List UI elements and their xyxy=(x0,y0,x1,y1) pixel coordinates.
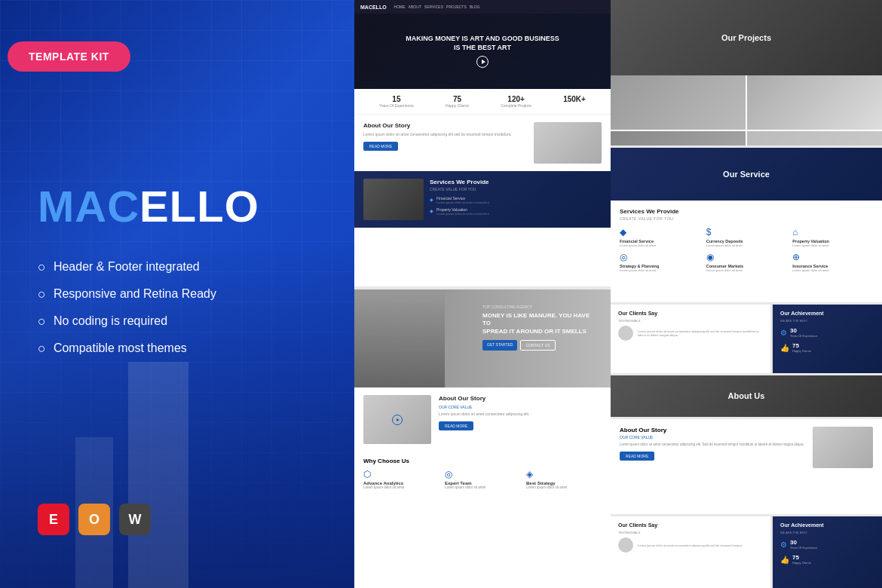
about2-read-more-button[interactable]: READ MORE xyxy=(439,421,473,430)
nav-link: ABOUT xyxy=(409,5,421,9)
achievement-title: Our Achievement xyxy=(780,311,874,316)
bullet: ○ xyxy=(38,341,46,355)
contact-us-button[interactable]: CONTACT US xyxy=(520,340,555,351)
achievement2-item: ⚙ 30 Years Of Experience xyxy=(780,539,874,550)
achievement2-label: Happy Clients xyxy=(792,561,811,565)
about2-body: Lorem ipsum dolor sit amet consectetur a… xyxy=(439,412,602,417)
play-button-2[interactable] xyxy=(392,415,403,425)
client-text-2: Lorem ipsum dolor sit amet consectetur a… xyxy=(638,544,743,547)
insurance-icon: ⊕ xyxy=(792,252,873,262)
service-icon: ◆ xyxy=(430,208,433,213)
hero2-text-block: TOP CONSULTING AGENCY MONEY IS LIKE MANU… xyxy=(482,305,596,351)
achievement2-sub: WE ARE THE BEST xyxy=(780,531,874,534)
service-desc: Lorem ipsum dolor sit amet xyxy=(706,268,787,272)
services-grid: ◆ Financial Service Lorem ipsum dolor si… xyxy=(620,227,873,272)
projects-header: Our Projects xyxy=(611,0,882,75)
why-section: Why Choose Us ⬡ Advance Analytics Lorem … xyxy=(354,452,611,496)
stat-item: 75 Happy Clients xyxy=(446,95,469,108)
stat-number: 15 xyxy=(379,95,414,103)
oxygen-icon: O xyxy=(78,504,110,535)
screenshot-top: MACELLO HOME ABOUT SERVICES PROJECTS BLO… xyxy=(354,0,611,286)
about-us-title: About Us xyxy=(728,391,765,400)
feature-label: Header & Footer integrated xyxy=(54,260,200,274)
projects-grid xyxy=(611,75,882,145)
service-header: Our Service xyxy=(611,148,882,201)
why-item: ◎ Expert Team Lorem ipsum dolor sit amet xyxy=(445,469,520,490)
about-section: About Our Story Lorem ipsum dolor sit am… xyxy=(354,115,611,171)
screenshot-bottom: TOP CONSULTING AGENCY MONEY IS LIKE MANU… xyxy=(354,289,611,588)
hero2-title: MONEY IS LIKE MANURE. YOU HAVE TOSPREAD … xyxy=(482,312,596,335)
achievement-item: ⚙ 30 Years Of Experience xyxy=(780,327,874,338)
why-item: ⬡ Advance Analytics Lorem ipsum dolor si… xyxy=(363,469,439,490)
stat-item: 15 Years Of Experience xyxy=(379,95,414,108)
client-avatar xyxy=(618,326,633,341)
financial-icon: ◆ xyxy=(620,227,700,237)
bullet: ○ xyxy=(38,314,46,328)
bullet: ○ xyxy=(38,260,46,274)
why-item-desc: Lorem ipsum dolor sit amet xyxy=(526,485,602,490)
bullet: ○ xyxy=(38,287,46,301)
hero2-section: TOP CONSULTING AGENCY MONEY IS LIKE MANU… xyxy=(354,289,611,387)
about-text: About Our Story Lorem ipsum dolor sit am… xyxy=(363,122,526,164)
about-story-read-more-button[interactable]: READ MORE xyxy=(620,452,654,461)
about-story-image xyxy=(813,427,873,468)
play-button[interactable] xyxy=(476,56,488,68)
property-icon: ⌂ xyxy=(792,227,873,237)
achievement2-item: 👍 75 Happy Clients xyxy=(780,554,874,565)
plugin-icons: E O W xyxy=(38,504,151,535)
clients2-sub: TESTIMONIALS xyxy=(618,531,763,534)
nav-link: HOME xyxy=(394,5,406,9)
nav-link: PROJECTS xyxy=(446,5,467,9)
nav-link: BLOG xyxy=(470,5,480,9)
clients-title: Our Clients Say xyxy=(618,311,763,316)
strategy-icon: ◎ xyxy=(620,252,700,262)
service-desc: Lorem ipsum dolor sit amet xyxy=(620,243,700,247)
mockup-nav: MACELLO HOME ABOUT SERVICES PROJECTS BLO… xyxy=(354,0,611,14)
service-title: Our Service xyxy=(723,170,770,179)
stat-item: 150K+ xyxy=(563,95,586,108)
service-item: ◆ Property Valuation Lorem ipsum dolor s… xyxy=(430,207,602,216)
hero2-person xyxy=(354,289,445,387)
service-item: ◎ Strategy & Planning Lorem ipsum dolor … xyxy=(620,252,700,272)
achievement-icon: ⚙ xyxy=(780,329,787,337)
brand-mac: MAC xyxy=(38,182,139,231)
stats-section: 15 Years Of Experience 75 Happy Clients … xyxy=(354,89,611,115)
achievement2-section: Our Achievement WE ARE THE BEST ⚙ 30 Yea… xyxy=(773,516,882,588)
about-body: Lorem ipsum dolor sit amet consectetur a… xyxy=(363,132,526,137)
services-text: Services We Provide CREATE VALUE FOR YOU… xyxy=(430,179,602,220)
feature-item: ○Compatible most themes xyxy=(38,341,216,355)
achievement2-label: Years Of Experience xyxy=(790,546,818,550)
service-desc: Lorem ipsum dolor sit amet xyxy=(792,268,873,272)
service-item: ⊕ Insurance Service Lorem ipsum dolor si… xyxy=(792,252,873,272)
advance-analytics-icon: ⬡ xyxy=(363,469,439,479)
hero-text: MAKING MONEY IS ART AND GOOD BUSINESSIS … xyxy=(406,35,559,52)
service-item: ◆ Financial Service Lorem ipsum dolor si… xyxy=(430,196,602,204)
services-subtitle: CREATE VALUE FOR YOU xyxy=(430,187,602,191)
achievement2-icon: ⚙ xyxy=(780,541,787,549)
feature-label: No coding is required xyxy=(54,314,167,328)
get-started-button[interactable]: GET STARTED xyxy=(482,340,517,351)
consumer-icon: ◉ xyxy=(706,252,787,262)
project-image-3 xyxy=(611,131,746,146)
services-dark-section: Services We Provide CREATE VALUE FOR YOU… xyxy=(354,171,611,228)
expert-team-icon: ◎ xyxy=(445,469,520,479)
project-image-2 xyxy=(747,75,882,130)
about-image xyxy=(534,122,602,164)
strategy-icon: ◈ xyxy=(526,469,602,479)
about-read-more-button[interactable]: READ MORE xyxy=(363,142,398,151)
service-desc: Lorem ipsum dolor sit amet consectetur xyxy=(436,201,489,204)
achievement-number: 30 xyxy=(790,327,818,334)
nav-links: HOME ABOUT SERVICES PROJECTS BLOG xyxy=(394,5,480,9)
template-kit-badge: TEMPLATE KIT xyxy=(8,41,130,72)
client-item: Lorem ipsum dolor sit amet consectetur a… xyxy=(618,326,763,341)
services-heading: Services We Provide xyxy=(620,208,873,215)
elementor-icon: E xyxy=(38,504,69,535)
why-item-desc: Lorem ipsum dolor sit amet xyxy=(445,485,520,490)
feature-label: Responsive and Retina Ready xyxy=(54,287,216,301)
about2-title: About Our Story xyxy=(439,395,602,402)
achievement2-number: 30 xyxy=(790,539,818,546)
brand-name: MACELLO xyxy=(38,181,259,231)
clients-sub: TESTIMONIALS xyxy=(618,319,763,323)
service-item: $ Currency Deposits Lorem ipsum dolor si… xyxy=(706,227,787,247)
stat-number: 150K+ xyxy=(563,95,586,103)
